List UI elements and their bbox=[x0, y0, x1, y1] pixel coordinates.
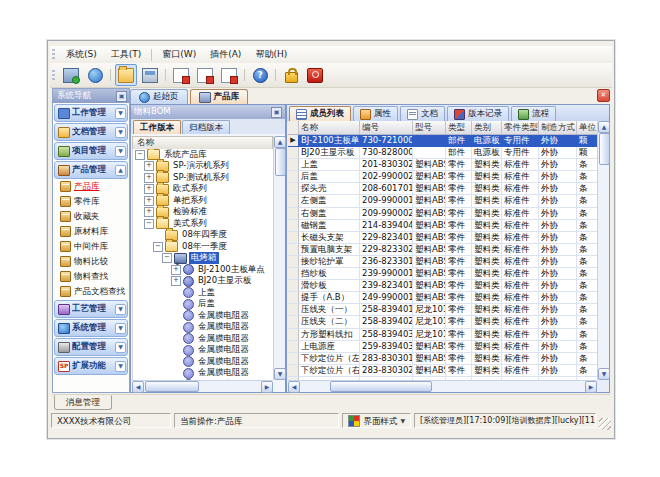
collapse-icon[interactable]: − bbox=[144, 219, 154, 229]
table-row[interactable]: 后盖202-990002-01X塑料ABS零件塑料类标准件外协条 bbox=[288, 171, 597, 183]
scroll-right-icon[interactable]: ▶ bbox=[261, 381, 273, 393]
collapse-icon[interactable]: − bbox=[153, 242, 163, 252]
sidebar-group-工作管理[interactable]: 工作管理▼ bbox=[54, 104, 128, 122]
column-header-类别[interactable]: 类别 bbox=[472, 121, 502, 134]
sidebar-item-产品文档查找[interactable]: 产品文档查找 bbox=[53, 284, 129, 299]
sidebar-item-收藏夹[interactable]: 收藏夹 bbox=[53, 209, 129, 224]
chevron-down-icon[interactable]: ▼ bbox=[115, 146, 126, 157]
table-vertical-scrollbar[interactable]: ▲ ▼ bbox=[597, 121, 609, 380]
help-button[interactable] bbox=[249, 64, 271, 86]
chevron-down-icon[interactable]: ▼ bbox=[115, 342, 126, 353]
chevron-down-icon[interactable]: ▼ bbox=[115, 108, 126, 119]
sidebar-item-物料比较[interactable]: 物料比较 bbox=[53, 254, 129, 269]
chevron-down-icon[interactable]: ▼ bbox=[115, 323, 126, 334]
menu-item-3[interactable]: 窗口(W) bbox=[155, 46, 203, 63]
expand-icon[interactable]: + bbox=[171, 276, 181, 286]
tree-node-SP-测试机系列[interactable]: +SP-测试机系列 bbox=[133, 172, 273, 184]
sidebar-item-产品库[interactable]: 产品库 bbox=[53, 179, 129, 194]
tree-node-金属膜电阻器[interactable]: 金属膜电阻器 bbox=[133, 356, 273, 368]
table-row[interactable]: 滑纱板239-823401-00X塑料ABS零件塑料类标准件外协条 bbox=[288, 280, 597, 292]
doc-new-button[interactable] bbox=[170, 64, 192, 86]
tree-node-金属膜电阻器[interactable]: 金属膜电阻器 bbox=[133, 368, 273, 380]
tree-node-系统产品库[interactable]: −系统产品库 bbox=[133, 149, 273, 161]
column-header-单位[interactable]: 单位 bbox=[577, 121, 597, 134]
sidebar-item-零件库[interactable]: 零件库 bbox=[53, 194, 129, 209]
table-row[interactable]: 磁钢盖214-839404-01X塑料ABS零件塑料类标准件外协条 bbox=[288, 220, 597, 232]
tree-node-SP-演示机系列[interactable]: +SP-演示机系列 bbox=[133, 161, 273, 173]
table-row[interactable]: 探头壳208-601701-01X塑料ABS零件塑料类标准件外协条 bbox=[288, 183, 597, 195]
sidebar-group-项目管理[interactable]: 项目管理▼ bbox=[54, 142, 128, 160]
message-manager-tab[interactable]: 消息管理 bbox=[54, 395, 112, 410]
scroll-right-icon[interactable]: ▶ bbox=[585, 381, 597, 393]
sidebar-group-配置管理[interactable]: 配置管理▼ bbox=[54, 338, 128, 356]
doc-edit-button[interactable] bbox=[194, 64, 216, 86]
resize-grip[interactable] bbox=[599, 418, 611, 430]
scroll-left-icon[interactable]: ◀ bbox=[288, 381, 300, 393]
scroll-down-icon[interactable]: ▼ bbox=[274, 368, 286, 380]
menu-item-2[interactable]: 工具(T) bbox=[104, 46, 149, 63]
table-row[interactable]: 方形塑料线扣258-839403-00X尼龙1010零件塑料类标准件外协条 bbox=[288, 329, 597, 341]
doc-tab-产品库[interactable]: 产品库 bbox=[190, 89, 249, 104]
members-tab-文档[interactable]: 文档 bbox=[400, 106, 445, 121]
scroll-down-icon[interactable]: ▼ bbox=[598, 368, 610, 380]
table-row[interactable]: BJ20主显示板730-828000-04X部件电源板专用件外协颗 bbox=[288, 147, 597, 159]
table-row[interactable]: 长磁头支架229-823401-00X塑料ABS零件塑料类标准件外协条 bbox=[288, 232, 597, 244]
menubar-grip[interactable] bbox=[52, 49, 55, 60]
tree-node-上盖[interactable]: 上盖 bbox=[133, 287, 273, 299]
tree-vertical-scrollbar[interactable]: ▲ ▼ bbox=[273, 136, 285, 380]
tree-node-BJ20主显示板[interactable]: +BJ20主显示板 bbox=[133, 276, 273, 288]
menu-item-1[interactable]: 系统(S) bbox=[59, 46, 104, 63]
expand-icon[interactable]: + bbox=[144, 184, 154, 194]
menu-item-4[interactable]: 插件(A) bbox=[203, 46, 248, 63]
toolbar-grip[interactable] bbox=[52, 70, 55, 81]
members-tab-成员列表[interactable]: 成员列表 bbox=[289, 106, 351, 121]
close-tab-icon[interactable]: ✕ bbox=[597, 89, 610, 102]
collapse-icon[interactable]: − bbox=[162, 253, 172, 263]
chevron-down-icon[interactable]: ▼ bbox=[115, 361, 126, 372]
table-vscroll-thumb[interactable] bbox=[599, 133, 610, 165]
sync-monitor-button[interactable] bbox=[60, 64, 82, 86]
members-tab-版本记录[interactable]: 版本记录 bbox=[447, 106, 509, 121]
sidebar-group-文档管理[interactable]: 文档管理▼ bbox=[54, 123, 128, 141]
scroll-up-icon[interactable]: ▲ bbox=[274, 136, 286, 148]
tree-node-单把系列[interactable]: +单把系列 bbox=[133, 195, 273, 207]
style-button[interactable]: 界面样式 ▼ bbox=[342, 413, 411, 428]
column-header-类型[interactable]: 类型 bbox=[446, 121, 472, 134]
globe-button[interactable] bbox=[84, 64, 106, 86]
folder-button[interactable] bbox=[115, 64, 137, 86]
sidebar-group-工艺管理[interactable]: 工艺管理▼ bbox=[54, 300, 128, 318]
tree-hscroll-thumb[interactable] bbox=[145, 381, 199, 392]
tree-node-后盖[interactable]: 后盖 bbox=[133, 299, 273, 311]
table-row[interactable]: 上盖201-830302-00X塑料ABS零件塑料类标准件外协条 bbox=[288, 159, 597, 171]
column-header-制造方式[interactable]: 制造方式 bbox=[539, 121, 577, 134]
members-tab-流程[interactable]: 流程 bbox=[511, 106, 556, 121]
tree-node-电烤箱[interactable]: −电烤箱 bbox=[133, 253, 273, 265]
table-row[interactable]: ▶BJ-2100主板单点730-721000-12X部件电源板专用件外协颗 bbox=[288, 135, 597, 147]
table-row[interactable]: 提手（A.B）249-990001-01X塑料ABS零件塑料类标准件外协条 bbox=[288, 292, 597, 304]
table-row[interactable]: 接纱轮护罩236-823301-00X塑料ABS零件塑料类标准件外协条 bbox=[288, 256, 597, 268]
collapse-icon[interactable]: − bbox=[135, 150, 145, 160]
table-hscroll-thumb[interactable] bbox=[330, 381, 432, 392]
expand-icon[interactable]: + bbox=[144, 207, 154, 217]
tree-node-金属膜电阻器[interactable]: 金属膜电阻器 bbox=[133, 310, 273, 322]
table-row[interactable]: 右侧盖209-990002-01X塑料ABS零件塑料类标准件外协条 bbox=[288, 208, 597, 220]
sidebar-item-物料查找[interactable]: 物料查找 bbox=[53, 269, 129, 284]
tree-node-欧式系列[interactable]: +欧式系列 bbox=[133, 184, 273, 196]
lock-button[interactable] bbox=[280, 64, 302, 86]
chevron-down-icon[interactable]: ▼ bbox=[115, 304, 126, 315]
scroll-left-icon[interactable]: ◀ bbox=[132, 381, 144, 393]
workstation-button[interactable] bbox=[139, 64, 161, 86]
table-row[interactable]: 下纱定位片（左）283-830301-00X塑料ABS零件塑料类标准件外协条 bbox=[288, 353, 597, 365]
table-row[interactable]: 挡纱板239-990001-01X塑料ABS零件塑料类标准件外协条 bbox=[288, 268, 597, 280]
sidebar-group-系统管理[interactable]: 系统管理▼ bbox=[54, 319, 128, 337]
bom-tab-工作版本[interactable]: 工作版本 bbox=[133, 120, 181, 134]
table-row[interactable]: 上电源座259-839403-00X塑料ABS零件塑料类标准件外协条 bbox=[288, 341, 597, 353]
doc-delete-button[interactable] bbox=[218, 64, 240, 86]
tree-node-金属膜电阻器[interactable]: 金属膜电阻器 bbox=[133, 322, 273, 334]
chevron-up-icon[interactable]: ▲ bbox=[115, 165, 126, 176]
scroll-up-icon[interactable]: ▲ bbox=[598, 121, 610, 133]
tree-node-BJ-2100主板单点[interactable]: +BJ-2100主板单点 bbox=[133, 264, 273, 276]
tree-vscroll-thumb[interactable] bbox=[275, 148, 286, 176]
tree-node-检验标准[interactable]: +检验标准 bbox=[133, 207, 273, 219]
tree-column-header[interactable]: 名称 bbox=[132, 136, 273, 150]
